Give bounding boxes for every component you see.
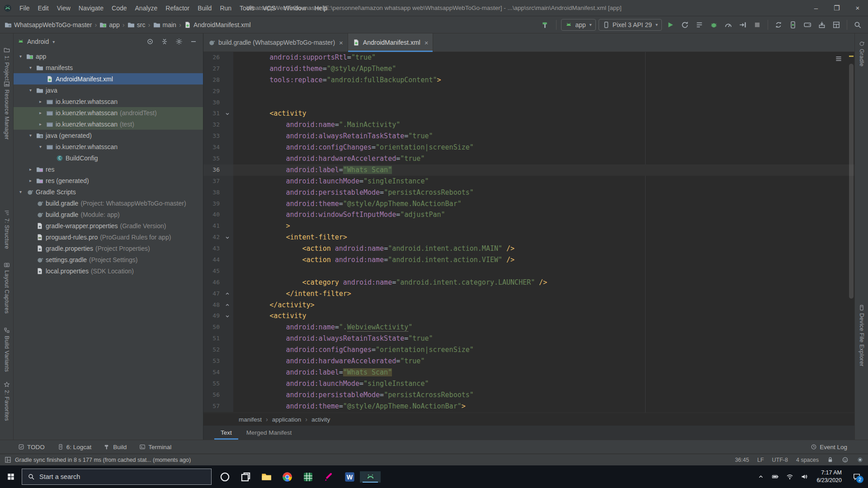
minimize-button[interactable]: – <box>806 0 826 16</box>
toolwindow-button[interactable]: 7: Structure <box>0 210 13 249</box>
tree-item[interactable]: ▾app <box>14 51 203 62</box>
sdk-manager-button[interactable] <box>816 19 828 31</box>
code-line-53[interactable]: 53 android:hardwareAccelerated="true" <box>203 356 854 367</box>
code-line-36[interactable]: 36 android:label="Whats Scan" <box>203 164 854 176</box>
code-line-51[interactable]: 51 android:alwaysRetainTaskState="true" <box>203 333 854 344</box>
code-line-50[interactable]: 50 android:name=".WebviewActivity" <box>203 322 854 333</box>
code-line-39[interactable]: 39 android:theme="@style/AppTheme.NoActi… <box>203 198 854 210</box>
code-line-40[interactable]: 40 android:windowSoftInputMode="adjustPa… <box>203 209 854 221</box>
calendar-button[interactable] <box>297 471 318 483</box>
code-line-48[interactable]: 48 </activity> <box>203 300 854 311</box>
tree-item[interactable]: ▾java (generated) <box>14 130 203 141</box>
tree-item[interactable]: ▸io.kuenzler.whatsscan <box>14 96 203 107</box>
toolwindow-bar-item[interactable]: Event Log <box>811 444 847 450</box>
menu-code[interactable]: Code <box>108 0 131 16</box>
tree-item[interactable]: CBuildConfig <box>14 152 203 164</box>
code-line-54[interactable]: 54 android:label="Whats Scan" <box>203 367 854 378</box>
toolwindow-button[interactable]: 1: Project <box>0 47 13 81</box>
breadcrumb-item[interactable]: app <box>99 21 119 28</box>
chrome-button[interactable] <box>277 471 297 483</box>
code-line-37[interactable]: 37 android:launchMode="singleInstance" <box>203 176 854 187</box>
fold-toggle-icon[interactable] <box>225 302 230 308</box>
code-line-46[interactable]: 46 <category android:name="android.inten… <box>203 277 854 288</box>
expanded-arrow-icon[interactable]: ▾ <box>27 65 34 70</box>
editor-tab[interactable]: build.gradle (WhatsappWebToGo-master)× <box>203 33 348 52</box>
tree-item[interactable]: ▸res <box>14 164 203 175</box>
code-line-27[interactable]: 27 android:theme="@style/AppTheme" <box>203 63 854 75</box>
pen-app-button[interactable] <box>318 471 339 483</box>
code-line-55[interactable]: 55 android:launchMode="singleInstance" <box>203 378 854 389</box>
editor-tab[interactable]: AndroidManifest.xml× <box>348 33 434 52</box>
layout-inspector-button[interactable] <box>830 19 842 31</box>
warning-stripe-mark[interactable] <box>849 56 854 57</box>
code-line-57[interactable]: 57 android:theme="@style/AppTheme.NoActi… <box>203 401 854 412</box>
close-tab-icon[interactable]: × <box>339 39 343 47</box>
hide-panel-button[interactable] <box>188 36 199 47</box>
toolwindow-bar-item[interactable]: Build <box>104 444 127 450</box>
readonly-lock-icon[interactable] <box>827 456 834 463</box>
fold-toggle-icon[interactable] <box>225 314 230 319</box>
toolwindow-bar-item[interactable]: 6: Logcat <box>57 444 92 450</box>
code-line-29[interactable]: 29 <box>203 86 854 97</box>
fold-toggle-icon[interactable] <box>225 235 230 240</box>
indent-setting[interactable]: 4 spaces <box>796 457 819 463</box>
project-view-select[interactable]: Android <box>27 38 49 45</box>
word-button[interactable]: W <box>339 471 360 483</box>
collapse-all-button[interactable] <box>159 36 170 47</box>
menu-refactor[interactable]: Refactor <box>161 0 193 16</box>
stop-button[interactable] <box>751 19 763 31</box>
close-tab-icon[interactable]: × <box>425 39 429 47</box>
toolwindow-button[interactable]: Resource Manager <box>0 81 13 140</box>
editor-mode-tab[interactable]: Merged Manifest <box>240 426 298 440</box>
expanded-arrow-icon[interactable]: ▾ <box>37 144 44 149</box>
sync-gradle-button[interactable] <box>773 19 784 31</box>
scrollbar-thumb[interactable] <box>849 64 854 299</box>
code-line-42[interactable]: 42 <intent-filter> <box>203 232 854 243</box>
maximize-button[interactable]: ❐ <box>826 0 847 16</box>
toolwindow-button[interactable]: Gradle <box>855 40 868 66</box>
toolwindow-button[interactable]: Device File Explorer <box>855 305 868 366</box>
panel-settings-button[interactable] <box>173 36 185 47</box>
menu-tools[interactable]: Tools <box>236 0 259 16</box>
search-everywhere-button[interactable] <box>852 19 863 31</box>
hidden-icons-chevron[interactable] <box>756 472 766 482</box>
code-line-43[interactable]: 43 <action android:name="android.intent.… <box>203 243 854 254</box>
device-manager-button[interactable] <box>787 19 799 31</box>
tree-item[interactable]: settings.gradle (Project Settings) <box>14 254 203 265</box>
toolwindow-button[interactable]: Build Variants <box>0 327 13 372</box>
menu-help[interactable]: Help <box>310 0 331 16</box>
file-encoding[interactable]: UTF-8 <box>772 457 788 463</box>
editor-scrollbar[interactable] <box>848 52 854 413</box>
action-center-button[interactable]: 2 <box>849 473 864 481</box>
android-studio-button[interactable] <box>360 471 381 483</box>
close-button[interactable]: × <box>847 0 868 16</box>
menu-build[interactable]: Build <box>193 0 216 16</box>
xml-breadcrumb-item[interactable]: manifest <box>239 416 262 423</box>
code-line-32[interactable]: 32 android:name=".MainActivity" <box>203 119 854 131</box>
debug-button[interactable] <box>708 19 720 31</box>
status-message[interactable]: Gradle sync finished in 8 s 177 ms (from… <box>15 457 191 463</box>
run-config-select[interactable]: app ▾ <box>561 19 595 31</box>
tree-item[interactable]: local.properties (SDK Location) <box>14 265 203 277</box>
inspections-widget-icon[interactable] <box>835 55 843 63</box>
editor-mode-tab[interactable]: Text <box>214 426 238 440</box>
highlighting-level-icon[interactable] <box>842 456 849 463</box>
tree-item[interactable]: gradle.properties (Project Properties) <box>14 243 203 254</box>
notifications-icon[interactable] <box>857 456 863 463</box>
collapsed-arrow-icon[interactable]: ▸ <box>37 122 44 127</box>
avd-manager-button[interactable] <box>802 19 813 31</box>
chevron-down-icon[interactable]: ▾ <box>52 39 55 44</box>
tree-item[interactable]: ▸io.kuenzler.whatsscan (androidTest) <box>14 107 203 118</box>
profile-button[interactable] <box>722 19 734 31</box>
code-line-28[interactable]: 28 tools:replace="android:fullBackupCont… <box>203 75 854 86</box>
menu-navigate[interactable]: Navigate <box>75 0 108 16</box>
tree-item[interactable]: proguard-rules.pro (ProGuard Rules for a… <box>14 231 203 243</box>
menu-view[interactable]: View <box>53 0 75 16</box>
fold-toggle-icon[interactable] <box>225 291 230 296</box>
device-select[interactable]: Pixel 3 API 29 ▾ <box>599 19 662 31</box>
select-opened-file-button[interactable] <box>144 36 156 47</box>
taskbar-clock[interactable]: 7:17 AM 6/23/2020 <box>814 469 844 484</box>
cortana-button[interactable] <box>214 471 235 483</box>
toolwindow-bar-item[interactable]: Terminal <box>139 444 171 450</box>
toolwindow-bar-item[interactable]: TODO <box>18 444 45 450</box>
